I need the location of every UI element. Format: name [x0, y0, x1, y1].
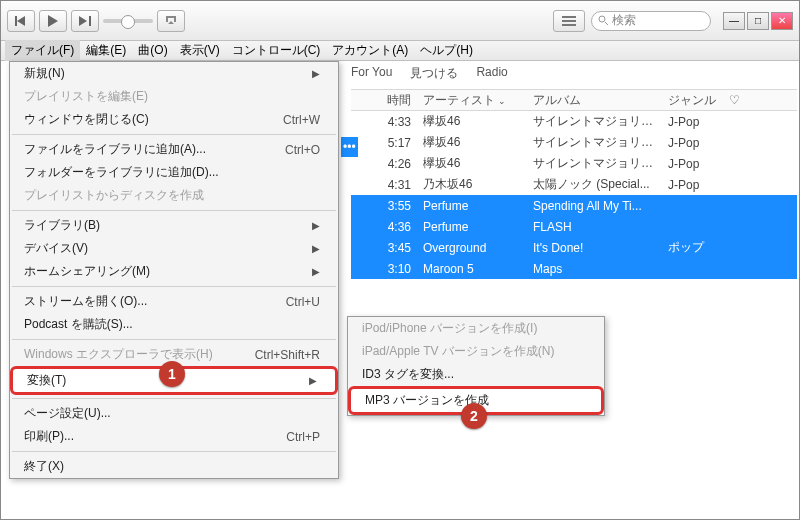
menu-item-label: ストリームを開く(O)... — [24, 293, 147, 310]
menu-item: プレイリストを編集(E) — [10, 85, 338, 108]
menu-item[interactable]: ライブラリ(B)▶ — [10, 214, 338, 237]
menu-item-label: 変換(T) — [27, 372, 66, 389]
cell-genre: ポップ — [662, 239, 722, 256]
menu-item-label: ホームシェアリング(M) — [24, 263, 150, 280]
menu-item-label: 新規(N) — [24, 65, 65, 82]
menu-item[interactable]: ホームシェアリング(M)▶ — [10, 260, 338, 283]
table-row[interactable]: 4:31乃木坂46太陽ノック (Special...J-Pop — [351, 174, 797, 195]
search-input[interactable]: 検索 — [591, 11, 711, 31]
menu-item[interactable]: デバイス(V)▶ — [10, 237, 338, 260]
menu-item[interactable]: ページ設定(U)... — [10, 402, 338, 425]
col-love[interactable]: ♡ — [722, 93, 746, 107]
nav-tabs: For You 見つける Radio — [351, 65, 508, 82]
col-artist[interactable]: アーティスト ⌄ — [417, 92, 527, 109]
table-row[interactable]: 4:33欅坂46サイレントマジョリティ...J-Pop — [351, 111, 797, 132]
cell-album: Maps — [527, 262, 662, 276]
menu-account[interactable]: アカウント(A) — [326, 40, 414, 61]
table-header: 時間 アーティスト ⌄ アルバム ジャンル ♡ — [351, 89, 797, 111]
menu-item-label: iPad/Apple TV バージョンを作成(N) — [362, 343, 555, 360]
cell-album: サイレントマジョリティ... — [527, 113, 662, 130]
menu-file[interactable]: ファイル(F) — [5, 40, 80, 61]
cell-time: 3:10 — [351, 262, 417, 276]
table-row[interactable]: 4:36PerfumeFLASH — [351, 216, 797, 237]
table-row[interactable]: 3:45OvergroundIt's Done!ポップ — [351, 237, 797, 258]
menu-item-label: ファイルをライブラリに追加(A)... — [24, 141, 206, 158]
cell-artist: Overground — [417, 241, 527, 255]
submenu-arrow-icon: ▶ — [312, 243, 320, 254]
menu-edit[interactable]: 編集(E) — [80, 40, 132, 61]
menu-item-label: 印刷(P)... — [24, 428, 74, 445]
list-view-icon[interactable] — [553, 10, 585, 32]
col-time[interactable]: 時間 — [351, 92, 417, 109]
col-album[interactable]: アルバム — [527, 92, 662, 109]
table-row[interactable]: 4:26欅坂46サイレントマジョリティ...J-Pop — [351, 153, 797, 174]
prev-button[interactable] — [7, 10, 35, 32]
table-row[interactable]: 3:10Maroon 5Maps — [351, 258, 797, 279]
track-table: 時間 アーティスト ⌄ アルバム ジャンル ♡ 4:33欅坂46サイレントマジョ… — [351, 89, 797, 279]
cell-genre: J-Pop — [662, 136, 722, 150]
cell-time: 5:17 — [351, 136, 417, 150]
menu-item-label: Podcast を購読(S)... — [24, 316, 133, 333]
table-row[interactable]: 5:17欅坂46サイレントマジョリティ...J-Pop — [351, 132, 797, 153]
cell-artist: Perfume — [417, 199, 527, 213]
cell-artist: Perfume — [417, 220, 527, 234]
cell-album: Spending All My Ti... — [527, 199, 662, 213]
tab-radio[interactable]: Radio — [476, 65, 507, 82]
cell-artist: 欅坂46 — [417, 155, 527, 172]
toolbar: 検索 — □ ✕ — [1, 1, 799, 41]
menu-view[interactable]: 表示(V) — [174, 40, 226, 61]
col-genre[interactable]: ジャンル — [662, 92, 722, 109]
menu-item[interactable]: ウィンドウを閉じる(C)Ctrl+W — [10, 108, 338, 131]
menu-help[interactable]: ヘルプ(H) — [414, 40, 479, 61]
submenu-arrow-icon: ▶ — [312, 266, 320, 277]
menu-item[interactable]: 新規(N)▶ — [10, 62, 338, 85]
volume-slider[interactable] — [103, 19, 153, 23]
cell-artist: 欅坂46 — [417, 134, 527, 151]
search-placeholder: 検索 — [612, 12, 636, 29]
menu-item[interactable]: 終了(X) — [10, 455, 338, 478]
menu-shortcut: Ctrl+Shift+R — [255, 348, 320, 362]
menu-shortcut: Ctrl+P — [286, 430, 320, 444]
submenu-arrow-icon: ▶ — [312, 220, 320, 231]
next-button[interactable] — [71, 10, 99, 32]
cell-artist: 乃木坂46 — [417, 176, 527, 193]
submenu-arrow-icon: ▶ — [312, 68, 320, 79]
cell-time: 4:36 — [351, 220, 417, 234]
cell-album: サイレントマジョリティ... — [527, 155, 662, 172]
close-button[interactable]: ✕ — [771, 12, 793, 30]
cell-time: 4:33 — [351, 115, 417, 129]
table-row[interactable]: 3:55PerfumeSpending All My Ti... — [351, 195, 797, 216]
cell-time: 4:26 — [351, 157, 417, 171]
menu-controls[interactable]: コントロール(C) — [226, 40, 327, 61]
menu-item[interactable]: Podcast を購読(S)... — [10, 313, 338, 336]
sort-indicator-icon: ⌄ — [498, 96, 506, 106]
menu-song[interactable]: 曲(O) — [132, 40, 173, 61]
svg-point-0 — [599, 16, 605, 22]
tab-discover[interactable]: 見つける — [410, 65, 458, 82]
svg-line-1 — [605, 22, 608, 25]
menu-item: iPod/iPhone バージョンを作成(I) — [348, 317, 604, 340]
airplay-button[interactable] — [157, 10, 185, 32]
menu-item: iPad/Apple TV バージョンを作成(N) — [348, 340, 604, 363]
menu-item-label: デバイス(V) — [24, 240, 88, 257]
menu-item-label: 終了(X) — [24, 458, 64, 475]
menu-item[interactable]: フォルダーをライブラリに追加(D)... — [10, 161, 338, 184]
menu-item-label: iPod/iPhone バージョンを作成(I) — [362, 320, 537, 337]
cell-album: It's Done! — [527, 241, 662, 255]
menu-item-label: Windows エクスプローラで表示(H) — [24, 346, 213, 363]
row-more-icon[interactable]: ••• — [341, 137, 358, 157]
menu-item[interactable]: ファイルをライブラリに追加(A)...Ctrl+O — [10, 138, 338, 161]
menu-item[interactable]: 印刷(P)...Ctrl+P — [10, 425, 338, 448]
menu-item[interactable]: ストリームを開く(O)...Ctrl+U — [10, 290, 338, 313]
menu-item[interactable]: ID3 タグを変換... — [348, 363, 604, 386]
minimize-button[interactable]: — — [723, 12, 745, 30]
menu-item-label: プレイリストを編集(E) — [24, 88, 148, 105]
menubar: ファイル(F) 編集(E) 曲(O) 表示(V) コントロール(C) アカウント… — [1, 41, 799, 61]
tab-foryou[interactable]: For You — [351, 65, 392, 82]
cell-time: 3:55 — [351, 199, 417, 213]
play-button[interactable] — [39, 10, 67, 32]
cell-time: 4:31 — [351, 178, 417, 192]
apple-logo-icon — [349, 3, 389, 39]
cell-genre: J-Pop — [662, 178, 722, 192]
maximize-button[interactable]: □ — [747, 12, 769, 30]
